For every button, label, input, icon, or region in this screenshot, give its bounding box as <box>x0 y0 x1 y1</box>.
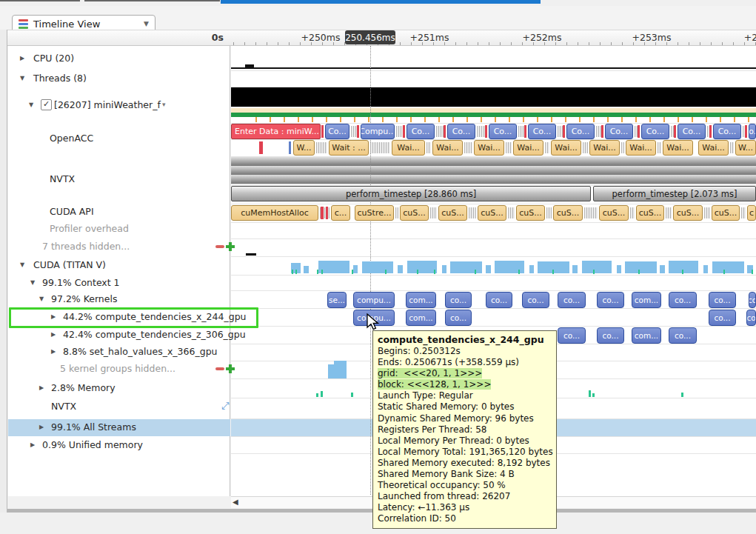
timeline-event-box[interactable]: co... <box>597 327 624 344</box>
chevron-expanded-icon[interactable]: ▼ <box>20 75 24 81</box>
timeline-event-box[interactable]: Wai... <box>589 140 620 156</box>
timeline-event-box[interactable]: Co... <box>678 124 706 139</box>
timeline-event-box[interactable]: cuS... <box>599 205 629 221</box>
chevron-collapsed-icon[interactable]: ▶ <box>51 331 56 338</box>
event-sliver[interactable] <box>259 141 263 154</box>
timeline-event-box[interactable]: cuS... <box>438 205 467 221</box>
timeline-event-box[interactable]: Co... <box>749 124 756 139</box>
timeline-event-box[interactable]: Wai... <box>663 140 693 156</box>
chevron-expanded-icon[interactable]: ▼ <box>30 279 35 286</box>
tree-item[interactable]: OpenACC <box>8 130 230 147</box>
timeline-event-box[interactable]: co... <box>445 292 472 308</box>
timeline-event-box[interactable]: W... <box>293 140 315 156</box>
timeline-event-box[interactable]: cuS... <box>636 205 664 221</box>
event-sliver[interactable] <box>326 207 328 219</box>
tree-item[interactable]: ▶42.4% compute_tendencies_z_306_gpu <box>8 327 230 343</box>
timeline-event-box[interactable]: cuS... <box>712 205 740 221</box>
event-sliver[interactable] <box>321 207 324 219</box>
timeline-event-box[interactable]: Compu... <box>361 124 395 139</box>
timeline-event-box[interactable]: com... <box>632 327 661 344</box>
timeline-event-box[interactable]: co... <box>558 327 586 344</box>
timeline-event-box[interactable]: co... <box>558 292 586 308</box>
timeline-event-box[interactable]: com... <box>406 292 436 308</box>
timeline-event-box[interactable]: Wai... <box>626 140 656 156</box>
show-row-plus-icon[interactable] <box>226 364 235 373</box>
tree-item[interactable]: ▶0.9% Unified memory <box>8 437 230 453</box>
timeline-event-box[interactable]: Wai... <box>392 140 425 156</box>
timeline-event-box[interactable]: Co... <box>407 124 435 139</box>
timeline-event-box[interactable]: co... <box>597 292 624 308</box>
hide-row-minus-icon[interactable] <box>215 245 224 248</box>
timeline-event-box[interactable]: Wai... <box>474 140 504 156</box>
chevron-collapsed-icon[interactable]: ▶ <box>39 424 44 430</box>
timeline-event-box[interactable]: Co... <box>641 124 669 139</box>
tree-item[interactable]: ▼Threads (8) <box>8 70 230 87</box>
timeline-event-box[interactable]: cuS... <box>400 205 429 221</box>
timeline-event-box[interactable]: Wait : ... <box>329 140 369 156</box>
timeline-event-box[interactable]: Wai... <box>551 140 581 156</box>
timeline-event-box[interactable]: co <box>749 292 756 308</box>
timeline-event-box[interactable]: com... <box>406 310 436 326</box>
chevron-expanded-icon[interactable]: ▼ <box>39 296 44 302</box>
current-time-marker[interactable]: 250.456ms <box>345 30 395 44</box>
tree-item[interactable]: ▼97.2% Kernels <box>8 291 230 307</box>
timeline-event-box[interactable]: Wai... <box>513 140 543 156</box>
timeline-event-box[interactable]: cuS... <box>478 205 506 221</box>
tree-item[interactable]: 7 threads hidden... <box>8 238 230 255</box>
chevron-expanded-icon[interactable]: ▼ <box>29 101 33 108</box>
tree-item[interactable]: NVTX <box>8 171 230 187</box>
timeline-event-box[interactable]: co... <box>445 310 472 326</box>
timeline-event-box[interactable]: co... <box>669 327 697 344</box>
nvtx-collapsed-ranges[interactable] <box>231 157 756 184</box>
timeline-event-box[interactable]: Wai... <box>432 140 463 156</box>
tree-item[interactable]: NVTX⤢ <box>8 398 230 415</box>
timeline-event-box[interactable]: Co... <box>713 124 741 139</box>
timeline-event-box[interactable]: c <box>747 205 756 221</box>
timeline-event-box[interactable]: compu... <box>353 292 395 308</box>
timeline-event-box[interactable]: co <box>746 310 756 326</box>
tree-item[interactable]: ▶CPU (20) <box>8 50 230 67</box>
timeline-event-box[interactable]: c... <box>331 205 350 221</box>
timeline-event-box[interactable]: Co... <box>566 124 595 139</box>
timeline-event-box[interactable]: W... <box>735 140 756 156</box>
nvtx-range-bar[interactable]: perform_timestep [2.073 ms] <box>593 186 756 201</box>
tree-item[interactable]: CUDA API <box>8 204 230 220</box>
timeline-event-box[interactable]: co... <box>669 292 697 308</box>
hide-row-minus-icon[interactable] <box>215 367 224 370</box>
thread-checkbox[interactable]: ✓ <box>41 99 52 110</box>
show-row-plus-icon[interactable] <box>226 242 235 251</box>
timeline-event-box[interactable]: co... <box>709 310 736 326</box>
tree-item[interactable]: ▼✓[26207] miniWeather_f▾ <box>8 97 230 113</box>
chevron-collapsed-icon[interactable]: ▶ <box>51 348 56 355</box>
timeline-event-box[interactable]: Enter Data : miniW... <box>231 124 321 139</box>
timeline-event-box[interactable]: cuStre... <box>355 205 394 221</box>
timeline-event-box[interactable]: co... <box>486 292 512 308</box>
timeline-event-box[interactable]: cuS... <box>516 205 545 221</box>
timeline-event-box[interactable]: com... <box>632 292 661 308</box>
timeline-event-box[interactable]: Wai... <box>698 140 729 156</box>
timeline-event-box[interactable]: Co... <box>528 124 556 139</box>
tree-item[interactable]: ▼CUDA (TITAN V) <box>8 257 230 273</box>
timeline-event-box[interactable]: se... <box>327 292 347 308</box>
timeline-event-box[interactable]: cuS... <box>553 205 583 221</box>
timeline-event-box[interactable]: cuMemHostAlloc <box>231 205 318 221</box>
chevron-collapsed-icon[interactable]: ▶ <box>20 55 24 61</box>
timeline-event-box[interactable]: co... <box>522 292 549 308</box>
timeline-event-box[interactable]: co... <box>709 292 736 308</box>
tree-item[interactable]: ▶2.8% Memory <box>8 380 230 396</box>
timeline-event-box[interactable]: Co... <box>447 124 475 139</box>
timeline-event-box[interactable]: Co... <box>489 124 517 139</box>
expand-row-icon[interactable]: ⤢ <box>221 400 229 412</box>
scroll-left-arrow-icon[interactable]: ◀ <box>233 498 238 506</box>
tree-item[interactable]: ▶99.1% All Streams <box>8 419 230 436</box>
tree-item[interactable]: Profiler overhead <box>8 221 230 237</box>
timeline-event-box[interactable]: cuS... <box>673 205 703 221</box>
thread-options-caret-icon[interactable]: ▾ <box>162 101 166 108</box>
tree-item[interactable]: ▶8.8% set_halo_values_x_366_gpu <box>8 344 230 360</box>
event-sliver[interactable] <box>289 141 291 154</box>
chevron-expanded-icon[interactable]: ▼ <box>20 261 24 268</box>
chevron-collapsed-icon[interactable]: ▶ <box>30 441 35 448</box>
tree-item[interactable]: ▼99.1% Context 1 <box>8 275 230 291</box>
tree-item[interactable]: 5 kernel groups hidden... <box>8 361 230 377</box>
chevron-collapsed-icon[interactable]: ▶ <box>39 384 44 391</box>
